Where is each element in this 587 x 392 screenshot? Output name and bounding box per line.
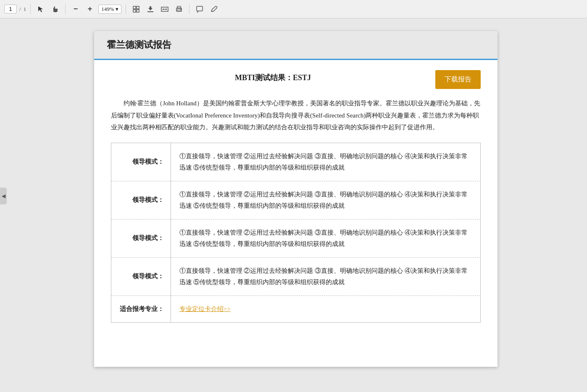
zoom-in-icon: +	[88, 5, 92, 13]
table-row: 领导模式： ①直接领导，快速管理 ②运用过去经验解决问题 ③直接、明确地识别问题…	[111, 143, 480, 181]
svg-marker-0	[38, 6, 43, 12]
sidebar-toggle[interactable]: ◀	[0, 188, 7, 204]
table-label-1: 领导模式：	[111, 143, 171, 181]
svg-point-14	[180, 8, 181, 9]
description-paragraph: 约翰·霍兰德（John Holland）是美国约翰霍普金斯大学心理学教授，美国著…	[111, 97, 481, 133]
table-label-3: 领导模式：	[111, 219, 171, 257]
zoom-dropdown-arrow: ▾	[116, 6, 118, 13]
table-content-2: ①直接领导，快速管理 ②运用过去经验解决问题 ③直接、明确地识别问题的核心 ④决…	[171, 181, 480, 219]
page-number-input[interactable]	[4, 5, 17, 13]
zoom-out-button[interactable]: −	[70, 3, 82, 15]
mbti-result-value: ESTJ	[293, 73, 311, 82]
fit-page-icon	[132, 5, 140, 13]
svg-rect-5	[147, 11, 153, 12]
comment-icon	[196, 5, 203, 13]
mbti-result-row: MBTI测试结果：ESTJ 下载报告	[111, 70, 481, 89]
download-icon	[147, 5, 154, 13]
divider-3	[126, 4, 126, 14]
zoom-out-icon: −	[74, 5, 78, 13]
fit-width-button[interactable]	[159, 3, 171, 15]
pdf-page: 霍兰德测试报告 MBTI测试结果：ESTJ 下载报告 约翰·霍兰德（John H…	[94, 31, 498, 367]
print-icon	[175, 5, 183, 13]
zoom-level-value: 149%	[101, 6, 114, 13]
table-content-1: ①直接领导，快速管理 ②运用过去经验解决问题 ③直接、明确地识别问题的核心 ④决…	[171, 143, 480, 181]
divider-1	[30, 4, 31, 14]
mbti-result-text: MBTI测试结果：ESTJ	[111, 70, 435, 83]
report-content: MBTI测试结果：ESTJ 下载报告 约翰·霍兰德（John Holland）是…	[94, 60, 498, 335]
report-table: 领导模式： ①直接领导，快速管理 ②运用过去经验解决问题 ③直接、明确地识别问题…	[111, 143, 481, 323]
report-title: 霍兰德测试报告	[107, 39, 171, 50]
cursor-tool-button[interactable]	[35, 3, 47, 15]
fit-page-button[interactable]	[130, 3, 142, 15]
page-wrapper: 霍兰德测试报告 MBTI测试结果：ESTJ 下载报告 约翰·霍兰德（John H…	[0, 18, 587, 384]
cursor-icon	[37, 6, 44, 13]
report-header: 霍兰德测试报告	[94, 31, 498, 60]
download-toolbar-button[interactable]	[145, 3, 156, 15]
table-row: 领导模式： ①直接领导，快速管理 ②运用过去经验解决问题 ③直接、明确地识别问题…	[111, 219, 480, 257]
hand-tool-button[interactable]	[49, 3, 61, 15]
comment-button[interactable]	[194, 3, 205, 15]
toolbar: / 1 − + 149% ▾	[0, 0, 587, 18]
svg-rect-3	[133, 10, 136, 12]
page-separator: /	[19, 6, 21, 13]
table-content-major: 专业定位卡介绍>>	[171, 295, 480, 322]
table-row: 领导模式： ①直接领导，快速管理 ②运用过去经验解决问题 ③直接、明确地识别问题…	[111, 257, 480, 295]
table-content-3: ①直接领导，快速管理 ②运用过去经验解决问题 ③直接、明确地识别问题的核心 ④决…	[171, 219, 480, 257]
total-pages: 1	[24, 6, 26, 13]
svg-rect-4	[137, 10, 139, 12]
divider-4	[189, 4, 190, 14]
fit-width-icon	[161, 5, 168, 13]
zoom-level-selector[interactable]: 149% ▾	[98, 5, 121, 14]
svg-marker-9	[162, 8, 163, 10]
major-intro-link[interactable]: 专业定位卡介绍>>	[179, 306, 231, 312]
table-content-4: ①直接领导，快速管理 ②运用过去经验解决问题 ③直接、明确地识别问题的核心 ④决…	[171, 257, 480, 295]
sidebar-arrow-icon: ◀	[2, 193, 5, 199]
table-row-link: 适合报考专业： 专业定位卡介绍>>	[111, 295, 480, 322]
svg-marker-10	[166, 8, 167, 10]
table-label-major: 适合报考专业：	[111, 295, 171, 322]
svg-rect-2	[137, 6, 139, 9]
svg-rect-1	[133, 6, 136, 9]
table-label-2: 领导模式：	[111, 181, 171, 219]
pen-button[interactable]	[208, 3, 220, 15]
zoom-in-button[interactable]: +	[84, 3, 96, 15]
print-button[interactable]	[173, 3, 185, 15]
table-label-4: 领导模式：	[111, 257, 171, 295]
mbti-result-label: MBTI测试结果：	[235, 73, 293, 82]
pen-icon	[210, 5, 218, 13]
divider-2	[65, 4, 66, 14]
hand-icon	[52, 6, 58, 13]
table-row: 领导模式： ①直接领导，快速管理 ②运用过去经验解决问题 ③直接、明确地识别问题…	[111, 181, 480, 219]
svg-rect-13	[177, 10, 181, 11]
download-report-button[interactable]: 下载报告	[435, 70, 481, 89]
svg-marker-6	[148, 6, 153, 10]
